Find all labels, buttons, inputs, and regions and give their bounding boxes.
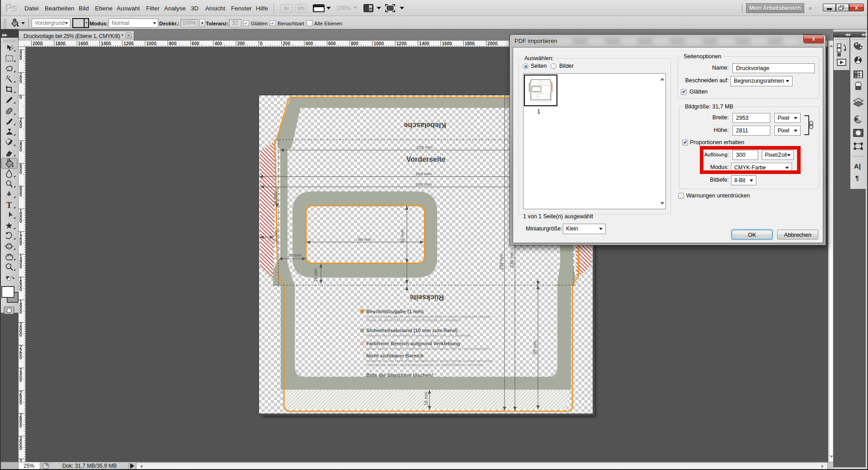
svg-text:238 mm: 238 mm <box>499 254 504 270</box>
svg-text:Ruckseite: Ruckseite <box>539 93 543 94</box>
svg-text:14 mm: 14 mm <box>273 192 278 206</box>
svg-text:0: 0 <box>260 41 263 46</box>
svg-text:15 mm: 15 mm <box>313 268 318 282</box>
svg-text:90 mm: 90 mm <box>358 237 372 242</box>
svg-text:Dieser Bereich ist wegen Verkl: Dieser Bereich ist wegen Verklebung nich… <box>366 347 491 351</box>
svg-text:1400: 1400 <box>19 254 22 269</box>
svg-text:Platzieren Sie hier keine Text: Platzieren Sie hier keine Texte und Bild… <box>366 359 494 363</box>
svg-text:248 mm: 248 mm <box>415 182 432 187</box>
svg-text:200: 200 <box>237 41 245 46</box>
svg-text:1600: 1600 <box>19 277 22 292</box>
svg-text:A|: A| <box>854 162 861 170</box>
svg-text:1800: 1800 <box>465 41 475 46</box>
svg-text:Hintergründe müssen aber angel: Hintergründe müssen aber angelegt werden… <box>366 363 485 367</box>
svg-text:226 mm: 226 mm <box>416 145 433 150</box>
svg-text:1800: 1800 <box>19 300 22 315</box>
svg-text:200: 200 <box>19 72 22 84</box>
svg-text:hinaus, um weiße Ränder nach d: hinaus, um weiße Ränder nach dem Schneid… <box>366 318 461 322</box>
svg-text:2000: 2000 <box>487 41 498 46</box>
svg-text:600: 600 <box>19 163 22 175</box>
svg-text:2600: 2600 <box>19 390 22 406</box>
svg-text:apsejagap: apsejagap <box>538 80 543 81</box>
svg-text:200: 200 <box>19 118 22 129</box>
svg-text:400: 400 <box>19 141 22 152</box>
svg-text:2200: 2200 <box>19 345 22 360</box>
svg-text:1600: 1600 <box>442 41 452 46</box>
svg-text:Vorderseite: Vorderseite <box>406 155 446 163</box>
svg-text:1200: 1200 <box>123 41 134 46</box>
svg-text:3200: 3200 <box>19 459 22 462</box>
svg-text:1200: 1200 <box>19 231 22 247</box>
svg-text:20 mm: 20 mm <box>288 253 302 258</box>
svg-text:Nicht sichtbarer Bereich: Nicht sichtbarer Bereich <box>366 353 424 358</box>
svg-text:800: 800 <box>351 41 359 46</box>
svg-text:0: 0 <box>19 95 22 100</box>
svg-text:1000: 1000 <box>146 41 157 46</box>
svg-text:250 mm: 250 mm <box>415 171 432 176</box>
svg-text:1400: 1400 <box>101 41 111 46</box>
svg-text:1000: 1000 <box>19 209 22 224</box>
svg-text:3000: 3000 <box>19 436 22 451</box>
svg-text:45 mm: 45 mm <box>400 229 405 243</box>
svg-text:95 mm: 95 mm <box>533 341 538 354</box>
svg-text:¶: ¶ <box>855 174 859 182</box>
svg-text:200: 200 <box>283 41 290 46</box>
svg-text:1400: 1400 <box>419 41 429 46</box>
svg-text:2800: 2800 <box>19 413 22 428</box>
svg-text:2000: 2000 <box>19 322 22 338</box>
svg-text:236 mm: 236 mm <box>509 251 514 268</box>
svg-text:Farbfreier Bereich: Farbfreier Bereich <box>537 97 540 97</box>
svg-text:T: T <box>6 201 12 210</box>
svg-text:Beschnittzugabe (1 mm): Beschnittzugabe (1 mm) <box>366 309 424 314</box>
svg-text:Klebelasche: Klebelasche <box>404 122 446 129</box>
svg-text:600: 600 <box>328 41 336 46</box>
svg-text:1600: 1600 <box>78 41 89 46</box>
svg-text:10 mm: 10 mm <box>274 230 278 243</box>
svg-text:Farbfreier Bereich aufgrund Ve: Farbfreier Bereich aufgrund Verklebung <box>366 341 460 346</box>
svg-text:Sicherheitsabstand (10 mm zum: Sicherheitsabstand (10 mm zum Rand) <box>366 328 458 333</box>
svg-text:400: 400 <box>306 41 313 46</box>
svg-text:1200: 1200 <box>396 41 407 46</box>
svg-text:1800: 1800 <box>55 41 66 46</box>
svg-text:Ziehen Sie Hintergründe und ra: Ziehen Sie Hintergründe und randabfallen… <box>366 315 491 319</box>
svg-text:Platzieren Sie in diesen Berei: Platzieren Sie in diesen Bereich keine w… <box>366 334 472 338</box>
svg-text:Vorderseite: Vorderseite <box>538 83 543 84</box>
svg-text:16 mm: 16 mm <box>424 392 429 405</box>
svg-text:2000: 2000 <box>33 41 43 46</box>
svg-text:2400: 2400 <box>19 368 22 383</box>
svg-text:400: 400 <box>19 49 22 61</box>
svg-text:400: 400 <box>214 41 222 46</box>
svg-text:Bitte die Stanzform löschen!: Bitte die Stanzform löschen! <box>366 372 433 378</box>
svg-text:800: 800 <box>19 186 22 197</box>
svg-text:1000: 1000 <box>374 41 384 46</box>
svg-text:600: 600 <box>192 41 199 46</box>
svg-text:Rückseite: Rückseite <box>410 294 444 301</box>
svg-text:800: 800 <box>169 41 177 46</box>
